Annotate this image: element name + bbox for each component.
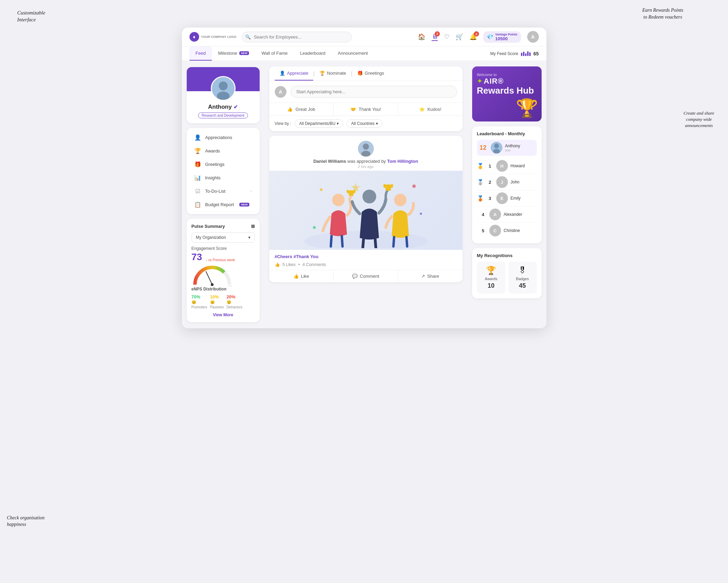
avatar-emily: E	[496, 192, 508, 204]
heart-nav-button[interactable]: ♡	[444, 33, 449, 41]
menu-item-greetings[interactable]: 🎁 Greetings	[188, 158, 258, 171]
bell-nav-button[interactable]: 🔔 2	[469, 33, 477, 41]
rank-1: 1	[487, 163, 493, 169]
profile-dept: Research and Development	[198, 113, 248, 118]
avatar-alexander: A	[489, 209, 501, 220]
menu-item-insights[interactable]: 📊 Insights	[188, 171, 258, 184]
view-more-button[interactable]: View More	[192, 312, 255, 317]
passives-pct: 10%	[210, 294, 219, 299]
menu-item-budget[interactable]: 📋 Budget Report NEW	[188, 198, 258, 211]
filter-row: View by : All Departments/BU ▾ All Count…	[269, 116, 463, 131]
pulse-title-text: Pulse Summary	[192, 224, 225, 229]
bell-badge: 2	[474, 31, 479, 36]
cart-nav-button[interactable]: 🛒	[456, 33, 463, 41]
vantage-label: Vantage Points	[495, 33, 518, 36]
feed-score-label: My Feed Score	[490, 51, 518, 56]
profile-name-text: Anthony	[208, 104, 232, 110]
promoters-item: 70% 😊 Promoters	[192, 294, 207, 309]
right-sidebar: Welcome to ✦ AIR® Rewards Hub 🏆 Leaderbo…	[467, 61, 546, 328]
post-input[interactable]	[291, 86, 457, 98]
post-tags: #Cheers #Thank You	[269, 250, 463, 261]
comment-button[interactable]: 💬 Comment	[334, 270, 398, 282]
chevron-down-icon: ▾	[248, 235, 250, 240]
svg-point-1	[219, 82, 228, 91]
awards-recognition-item[interactable]: 🏆 Awards 10	[477, 262, 506, 294]
svg-point-20	[313, 226, 316, 229]
left-sidebar: Anthony ✔ Research and Development 👤 App…	[182, 61, 264, 328]
medal-1-icon: 🥇	[477, 163, 484, 169]
score-bar-4	[527, 51, 529, 56]
logo-text: YOUR COMPANY LOGO	[201, 35, 237, 39]
air-logo-icon: ✦	[477, 77, 482, 85]
passives-item: 10% 😐 Passives	[210, 294, 224, 309]
name-john: John	[511, 180, 520, 184]
tab-leaderboard[interactable]: Leaderboard	[294, 46, 332, 61]
engagement-score-label: Engagement Score	[192, 246, 255, 251]
profile-card: Anthony ✔ Research and Development	[187, 67, 260, 123]
leaderboard-item-1: 🥇 1 H Howard	[477, 158, 537, 174]
tab-wall-of-fame[interactable]: Wall of Fame	[255, 46, 294, 61]
svg-point-18	[412, 184, 416, 188]
feed-post-header: Daniel Williams was appreciated by Tom H…	[269, 136, 463, 171]
country-filter[interactable]: All Countries ▾	[347, 119, 382, 128]
search-input[interactable]	[242, 32, 352, 42]
post-tab-appreciate[interactable]: 👤 Appreciate	[275, 66, 313, 81]
menu-item-appreciations[interactable]: 👤 Appreciations	[188, 131, 258, 144]
rank-2: 2	[487, 180, 493, 185]
rank-4: 4	[480, 212, 487, 217]
tab-milestone-label: Milestone	[218, 51, 237, 56]
recognitions-grid: 🏆 Awards 10 🎖 Badges 45	[477, 262, 537, 294]
menu-item-todo[interactable]: ☑ To-Do-List ›	[188, 184, 258, 198]
enps-title: eNPS Distribution	[192, 287, 255, 292]
pulse-icon: ⊞	[251, 224, 255, 229]
menu-item-awards[interactable]: 🏆 Awards	[188, 144, 258, 158]
search-bar: 🔍	[242, 32, 352, 42]
leaderboard-item-3: 🥉 3 E Emily	[477, 190, 537, 206]
pulse-dropdown[interactable]: My Organization ▾	[192, 232, 255, 243]
annotation-earn-rewards: Earn Rewards Pointsto Redeem vouchers	[642, 7, 683, 20]
thank-you-button[interactable]: 🤝 Thank You!	[334, 103, 398, 116]
monitor-nav-button[interactable]: 🖥 2	[432, 33, 438, 41]
post-likes: 5 Likes	[283, 262, 296, 267]
kudos-button[interactable]: ⭐ Kudos!	[398, 103, 463, 116]
home-nav-button[interactable]: 🏠	[418, 33, 425, 41]
nav-icons: 🏠 🖥 2 ♡ 🛒 🔔 2 💎 Vantage Points 10500 A	[418, 31, 539, 43]
profile-header	[187, 67, 260, 91]
like-label: Like	[301, 274, 309, 279]
logo: ♦ YOUR COMPANY LOGO	[189, 32, 237, 42]
post-description: Daniel Williams was appreciated by Tom H…	[313, 159, 418, 164]
post-comments: 4 Comments	[303, 262, 326, 267]
like-button[interactable]: 👍 Like	[269, 270, 334, 282]
score-bar-1	[521, 53, 522, 56]
user-avatar[interactable]: A	[527, 31, 539, 43]
post-appreciated-by[interactable]: Tom Hillington	[387, 159, 418, 164]
feed-score: My Feed Score 65	[490, 51, 539, 56]
badges-recognition-item[interactable]: 🎖 Badges 45	[508, 262, 537, 294]
badges-rec-count: 45	[519, 282, 526, 289]
great-job-button[interactable]: 👍 Great Job	[269, 103, 334, 116]
menu-label-awards: Awards	[205, 148, 220, 153]
menu-label-greetings: Greetings	[205, 162, 225, 167]
verified-icon: ✔	[233, 104, 238, 110]
like-icon-small: 👍	[275, 262, 280, 267]
post-author-avatar	[358, 141, 374, 157]
tab-milestone[interactable]: Milestone NEW	[212, 46, 255, 61]
todo-arrow-icon: ›	[251, 189, 252, 194]
post-tab-nominate[interactable]: 🏆 Nominate	[315, 66, 351, 81]
kudos-icon: ⭐	[419, 107, 425, 112]
tab-announcement[interactable]: Announcement	[332, 46, 374, 61]
share-label: Share	[427, 274, 439, 279]
svg-text:50: 50	[209, 266, 213, 269]
dept-filter[interactable]: All Departments/BU ▾	[295, 119, 343, 128]
tab-feed[interactable]: Feed	[189, 46, 212, 61]
tab-announcement-label: Announcement	[338, 51, 368, 56]
svg-text:100: 100	[228, 285, 232, 286]
share-icon: ↗	[421, 274, 425, 279]
like-icon: 👍	[293, 274, 299, 279]
greetings-tab-icon: 🎁	[357, 71, 363, 76]
share-button[interactable]: ↗ Share	[398, 270, 463, 282]
awards-rec-icon: 🏆	[486, 266, 496, 275]
vantage-value: 10500	[495, 36, 518, 41]
enps-row: 70% 😊 Promoters 10% 😐 Passives 20% 😟 Det…	[192, 294, 255, 309]
post-tab-greetings[interactable]: 🎁 Greetings	[352, 66, 389, 81]
